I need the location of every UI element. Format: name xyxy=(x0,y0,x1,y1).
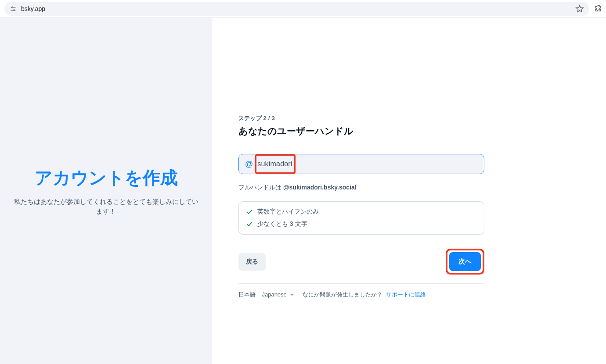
footer: 日本語 – Japanese なにか問題が発生しましたか？ サポートに連絡 xyxy=(238,283,484,299)
puzzle-icon[interactable] xyxy=(594,5,602,13)
page-title: あなたのユーザーハンドル xyxy=(238,125,484,137)
full-handle-prefix: フルハンドルは xyxy=(238,184,283,191)
language-selector[interactable]: 日本語 – Japanese xyxy=(238,291,295,299)
handle-input[interactable] xyxy=(257,160,478,168)
url-text: bsky.app xyxy=(21,5,45,12)
support-link[interactable]: サポートに連絡 xyxy=(386,291,426,299)
create-account-title: アカウントを作成 xyxy=(35,166,178,190)
button-row: 戻る 次へ xyxy=(238,249,484,275)
validation-rules: 英数字とハイフンのみ 少なくとも 3 文字 xyxy=(238,201,484,235)
handle-field-row: @ xyxy=(238,154,484,174)
rule-item: 少なくとも 3 文字 xyxy=(246,220,477,228)
step-indicator: ステップ 2 / 3 xyxy=(238,114,484,122)
right-pane: ステップ 2 / 3 あなたのユーザーハンドル @ フルハンドルは @sukim… xyxy=(212,18,606,364)
check-icon xyxy=(246,208,253,215)
rule-item: 英数字とハイフンのみ xyxy=(246,208,477,216)
rule-text: 少なくとも 3 文字 xyxy=(257,220,307,228)
tune-icon xyxy=(10,5,17,12)
star-icon[interactable] xyxy=(575,4,584,13)
left-pane: アカウントを作成 私たちはあなたが参加してくれることをとても楽しみにしています！ xyxy=(0,18,212,364)
full-handle-line: フルハンドルは @sukimadori.bsky.social xyxy=(238,184,484,192)
signup-form: ステップ 2 / 3 あなたのユーザーハンドル @ フルハンドルは @sukim… xyxy=(238,114,484,364)
back-button[interactable]: 戻る xyxy=(238,253,266,271)
highlight-box-next: 次へ xyxy=(446,249,484,275)
full-handle-value: @sukimadori.bsky.social xyxy=(283,184,357,191)
check-icon xyxy=(246,221,253,228)
rule-text: 英数字とハイフンのみ xyxy=(257,208,319,216)
url-field[interactable]: bsky.app xyxy=(4,2,589,16)
svg-point-3 xyxy=(14,10,15,11)
next-button[interactable]: 次へ xyxy=(449,252,481,271)
language-label: 日本語 – Japanese xyxy=(238,291,287,299)
create-account-subtitle: 私たちはあなたが参加してくれることをとても楽しみにしています！ xyxy=(14,197,198,217)
page: アカウントを作成 私たちはあなたが参加してくれることをとても楽しみにしています！… xyxy=(0,18,606,364)
support-question: なにか問題が発生しましたか？ xyxy=(303,291,382,299)
chevron-down-icon xyxy=(289,292,295,297)
svg-point-1 xyxy=(12,7,13,8)
svg-marker-4 xyxy=(576,5,583,12)
browser-address-bar: bsky.app xyxy=(0,0,606,18)
at-symbol: @ xyxy=(245,160,253,169)
handle-input-wrap[interactable]: @ xyxy=(238,154,484,174)
